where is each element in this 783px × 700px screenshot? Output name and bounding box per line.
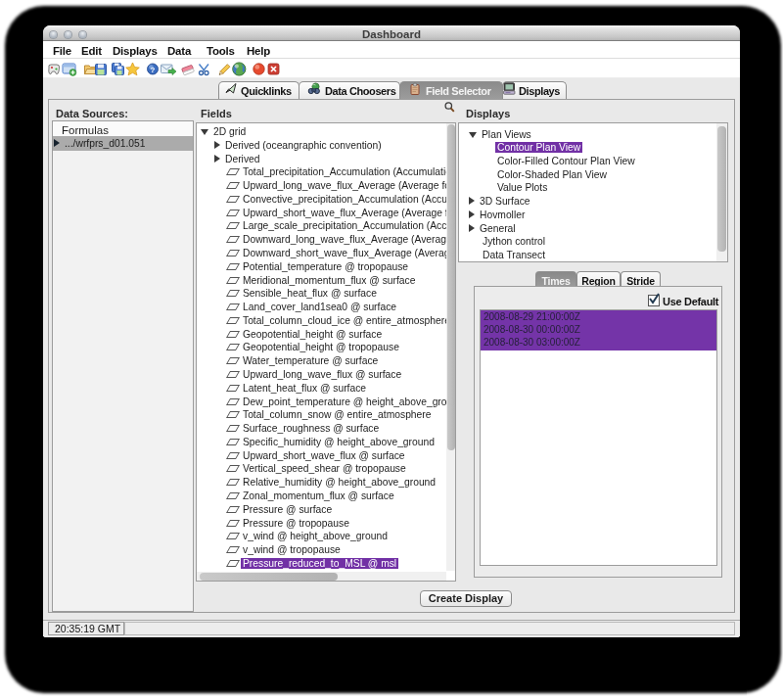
svg-text:?: ? bbox=[151, 66, 156, 74]
